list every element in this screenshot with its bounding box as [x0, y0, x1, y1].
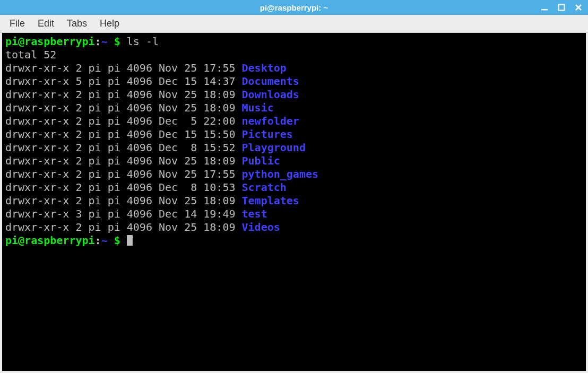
close-icon: [575, 4, 582, 11]
menu-tabs[interactable]: Tabs: [62, 16, 92, 31]
listing-row: drwxr-xr-x 5 pi pi 4096 Dec 15 14:37 Doc…: [5, 75, 583, 88]
listing-name: Downloads: [242, 88, 299, 101]
prompt-dollar: $: [108, 234, 127, 247]
prompt-user-host: pi@raspberrypi: [5, 35, 95, 48]
prompt-path: ~: [101, 234, 108, 247]
listing-meta: drwxr-xr-x 2 pi pi 4096 Dec 5 22:00: [5, 115, 242, 127]
listing-name: test: [242, 207, 267, 220]
prompt: pi@raspberrypi:~ $: [5, 234, 127, 247]
listing-meta: drwxr-xr-x 2 pi pi 4096 Dec 8 15:52: [5, 141, 242, 154]
menu-file[interactable]: File: [4, 16, 30, 31]
menu-edit[interactable]: Edit: [32, 16, 59, 31]
prompt: pi@raspberrypi:~ $: [5, 35, 127, 48]
prompt-sep: :: [95, 234, 101, 247]
maximize-button[interactable]: [555, 2, 568, 13]
menubar: File Edit Tabs Help: [0, 15, 588, 33]
listing-name: Desktop: [242, 62, 287, 74]
cursor: [127, 235, 133, 246]
listing-meta: drwxr-xr-x 2 pi pi 4096 Nov 25 18:09: [5, 88, 242, 101]
listing-meta: drwxr-xr-x 2 pi pi 4096 Nov 25 18:09: [5, 154, 242, 167]
listing-row: drwxr-xr-x 2 pi pi 4096 Dec 15 15:50 Pic…: [5, 128, 583, 141]
listing-name: Public: [242, 154, 280, 167]
listing-name: Videos: [242, 221, 280, 233]
minimize-icon: [541, 4, 548, 11]
listing-row: drwxr-xr-x 2 pi pi 4096 Nov 25 18:09 Tem…: [5, 194, 583, 207]
listing-name: python_games: [242, 168, 319, 180]
svg-rect-1: [559, 5, 565, 11]
command-line: pi@raspberrypi:~ $ ls -l: [5, 35, 583, 48]
close-button[interactable]: [572, 2, 585, 13]
listing-row: drwxr-xr-x 2 pi pi 4096 Dec 8 10:53 Scra…: [5, 181, 583, 194]
listing-name: Music: [242, 101, 274, 114]
titlebar[interactable]: pi@raspberrypi: ~: [0, 0, 588, 15]
listing-name: Pictures: [242, 128, 293, 141]
terminal-viewport[interactable]: pi@raspberrypi:~ $ ls -ltotal 52drwxr-xr…: [0, 33, 588, 373]
listing-meta: drwxr-xr-x 2 pi pi 4096 Nov 25 17:55: [5, 62, 242, 74]
listing-meta: drwxr-xr-x 2 pi pi 4096 Nov 25 17:55: [5, 168, 242, 180]
listing-name: Scratch: [242, 181, 287, 194]
window-controls: [538, 2, 585, 13]
listing-row: drwxr-xr-x 2 pi pi 4096 Nov 25 18:09 Vid…: [5, 221, 583, 234]
listing-row: drwxr-xr-x 2 pi pi 4096 Nov 25 18:09 Mus…: [5, 101, 583, 115]
listing-meta: drwxr-xr-x 2 pi pi 4096 Nov 25 18:09: [5, 101, 242, 114]
listing-meta: drwxr-xr-x 2 pi pi 4096 Nov 25 18:09: [5, 194, 242, 207]
listing-row: drwxr-xr-x 2 pi pi 4096 Dec 5 22:00 newf…: [5, 115, 583, 128]
total-line: total 52: [5, 48, 583, 62]
listing-name: Templates: [242, 194, 299, 207]
listing-row: drwxr-xr-x 3 pi pi 4096 Dec 14 19:49 tes…: [5, 207, 583, 221]
prompt-line: pi@raspberrypi:~ $: [5, 234, 583, 247]
listing-row: drwxr-xr-x 2 pi pi 4096 Nov 25 18:09 Dow…: [5, 88, 583, 101]
window-title: pi@raspberrypi: ~: [0, 3, 588, 12]
prompt-sep: :: [95, 35, 101, 48]
listing-name: Documents: [242, 75, 299, 88]
listing-meta: drwxr-xr-x 3 pi pi 4096 Dec 14 19:49: [5, 207, 242, 220]
listing-meta: drwxr-xr-x 5 pi pi 4096 Dec 15 14:37: [5, 75, 242, 88]
maximize-icon: [558, 4, 565, 11]
prompt-dollar: $: [108, 35, 127, 48]
listing-row: drwxr-xr-x 2 pi pi 4096 Nov 25 18:09 Pub…: [5, 154, 583, 168]
listing-row: drwxr-xr-x 2 pi pi 4096 Nov 25 17:55 pyt…: [5, 168, 583, 181]
listing-row: drwxr-xr-x 2 pi pi 4096 Nov 25 17:55 Des…: [5, 62, 583, 75]
listing-row: drwxr-xr-x 2 pi pi 4096 Dec 8 15:52 Play…: [5, 141, 583, 154]
listing-meta: drwxr-xr-x 2 pi pi 4096 Nov 25 18:09: [5, 221, 242, 233]
listing-meta: drwxr-xr-x 2 pi pi 4096 Dec 15 15:50: [5, 128, 242, 141]
listing-meta: drwxr-xr-x 2 pi pi 4096 Dec 8 10:53: [5, 181, 242, 194]
listing-name: newfolder: [242, 115, 299, 127]
listing-name: Playground: [242, 141, 306, 154]
menu-help[interactable]: Help: [94, 16, 125, 31]
command-text: ls -l: [127, 35, 159, 48]
minimize-button[interactable]: [538, 2, 551, 13]
prompt-user-host: pi@raspberrypi: [5, 234, 95, 247]
prompt-path: ~: [101, 35, 108, 48]
svg-rect-0: [541, 9, 548, 11]
terminal-window: pi@raspberrypi: ~ File Edit Tab: [0, 0, 588, 373]
